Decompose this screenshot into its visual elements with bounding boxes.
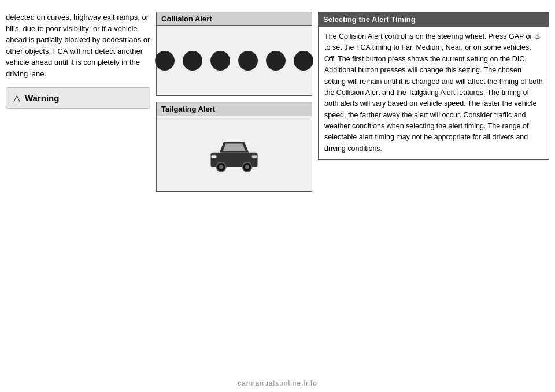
warning-label: Warning bbox=[25, 93, 59, 103]
svg-rect-6 bbox=[252, 155, 257, 158]
svg-point-4 bbox=[245, 165, 249, 169]
collision-alert-title: Collision Alert bbox=[157, 12, 312, 26]
warning-triangle-icon: △ bbox=[13, 93, 20, 103]
svg-rect-5 bbox=[211, 155, 216, 158]
middle-column: Collision Alert Tailgating Alert bbox=[156, 12, 312, 386]
watermark: carmanualsonline.info bbox=[0, 379, 555, 387]
collision-alert-box: Collision Alert bbox=[156, 12, 312, 96]
tailgating-alert-body bbox=[157, 116, 312, 191]
collision-dots-illustration bbox=[149, 39, 319, 82]
left-column: detected on curves, highway exit ramps, … bbox=[6, 12, 150, 386]
dot-1 bbox=[155, 51, 175, 71]
dot-5 bbox=[266, 51, 286, 71]
alert-timing-title: Selecting the Alert Timing bbox=[319, 12, 549, 27]
alert-timing-body: The Collision Alert control is on the st… bbox=[319, 27, 549, 159]
tailgating-alert-box: Tailgating Alert bbox=[156, 102, 312, 192]
svg-point-2 bbox=[219, 165, 223, 169]
dot-4 bbox=[238, 51, 258, 71]
dot-3 bbox=[210, 51, 230, 71]
car-icon bbox=[208, 134, 260, 174]
dot-6 bbox=[294, 51, 313, 71]
left-body-text: detected on curves, highway exit ramps, … bbox=[6, 12, 150, 79]
warning-box: △ Warning bbox=[6, 87, 150, 109]
tailgating-alert-title: Tailgating Alert bbox=[157, 102, 312, 116]
alert-timing-box: Selecting the Alert Timing The Collision… bbox=[318, 12, 549, 160]
right-column: Selecting the Alert Timing The Collision… bbox=[318, 12, 549, 386]
dot-2 bbox=[183, 51, 202, 71]
collision-alert-body bbox=[157, 26, 312, 95]
page-container: detected on curves, highway exit ramps, … bbox=[0, 0, 555, 392]
